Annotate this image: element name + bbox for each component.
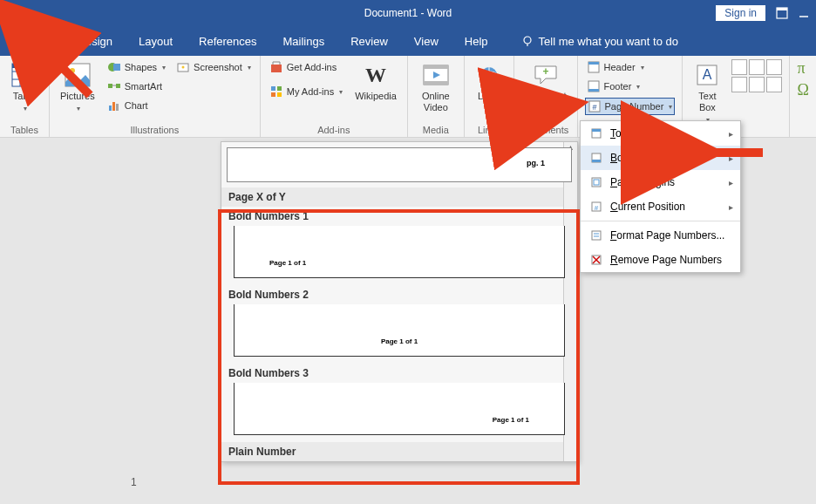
title-bar: Document1 - Word Sign in: [0, 0, 816, 26]
svg-rect-38: [588, 89, 599, 92]
my-addins-button[interactable]: My Add-ins▾: [268, 84, 344, 99]
pn-current-position[interactable]: # Current Position ▸: [581, 194, 740, 219]
drop-cap-button[interactable]: [766, 59, 782, 75]
chart-icon: [107, 99, 121, 112]
group-illustrations-label: Illustrations: [57, 125, 253, 135]
page-number-button[interactable]: # Page Number▾: [585, 98, 676, 115]
header-button[interactable]: Header▾: [585, 59, 676, 75]
svg-rect-24: [271, 86, 275, 91]
footer-button[interactable]: Footer▾: [585, 78, 676, 94]
links-label: Links▾: [478, 91, 500, 113]
pn-bottom-of-page[interactable]: Bottom of Page ▸: [581, 146, 740, 170]
svg-rect-10: [12, 64, 37, 68]
comment-button[interactable]: + Comment: [521, 59, 570, 104]
pn-page-margins[interactable]: Page Margins ▸: [581, 170, 740, 194]
tab-insert[interactable]: Insert: [10, 26, 64, 56]
quick-parts-button[interactable]: [731, 59, 747, 75]
pn-top-of-page[interactable]: Top of Page ▸: [581, 121, 740, 146]
window-controls: Sign in: [716, 5, 809, 21]
ribbon-tabs: Insert Design Layout References Mailings…: [0, 26, 816, 56]
object-button[interactable]: [766, 77, 782, 92]
svg-rect-51: [592, 231, 601, 240]
svg-point-3: [524, 37, 531, 44]
tab-review[interactable]: Review: [338, 26, 400, 56]
text-box-button[interactable]: A Text Box▾: [690, 59, 724, 127]
group-links: Links▾ Links: [465, 56, 514, 137]
table-label: Table▾: [13, 91, 36, 113]
pn-remove-numbers[interactable]: Remove Page Numbers: [581, 248, 740, 272]
svg-rect-44: [592, 129, 601, 132]
tab-help[interactable]: Help: [452, 26, 500, 56]
date-time-button[interactable]: [749, 77, 765, 92]
svg-rect-16: [116, 84, 120, 88]
symbol-button[interactable]: Ω: [797, 81, 808, 99]
remove-numbers-icon: [589, 253, 603, 267]
screenshot-icon: [176, 60, 190, 74]
pictures-button[interactable]: Pictures▾: [57, 59, 99, 115]
submenu-arrow-icon: ▸: [729, 129, 733, 139]
ribbon-display-icon[interactable]: [776, 7, 788, 19]
group-media-label: Media: [415, 125, 457, 135]
video-label: Online Video: [418, 91, 453, 113]
svg-rect-29: [424, 65, 448, 69]
page-number-indicator: 1: [131, 476, 137, 488]
group-links-label: Links: [472, 125, 507, 135]
wordart-button[interactable]: [749, 59, 765, 75]
svg-rect-20: [116, 104, 119, 111]
svg-rect-14: [113, 64, 120, 71]
comment-icon: +: [532, 61, 560, 89]
group-symbols: π Ω: [790, 56, 815, 137]
shapes-button[interactable]: Shapes▾: [105, 59, 167, 75]
tab-mailings[interactable]: Mailings: [271, 26, 337, 56]
table-button[interactable]: Table▾: [7, 59, 42, 115]
tab-layout[interactable]: Layout: [126, 26, 185, 56]
smartart-button[interactable]: SmartArt: [105, 78, 167, 94]
footer-icon: [587, 79, 601, 93]
svg-rect-46: [592, 160, 601, 162]
group-tables-label: Tables: [7, 125, 42, 135]
group-tables: Table▾ Tables: [0, 56, 50, 137]
svg-text:#: #: [595, 204, 599, 212]
chart-button[interactable]: Chart: [105, 98, 167, 113]
svg-text:+: +: [542, 65, 548, 78]
links-button[interactable]: Links▾: [472, 59, 507, 115]
svg-rect-1: [777, 8, 787, 10]
signature-button[interactable]: [731, 77, 747, 92]
svg-rect-19: [112, 102, 115, 111]
svg-rect-36: [588, 62, 599, 65]
video-icon: [422, 61, 450, 89]
online-video-button[interactable]: Online Video: [415, 59, 457, 115]
group-comments: + Comment Comments: [514, 56, 578, 137]
submenu-arrow-icon: ▸: [729, 202, 733, 212]
lightbulb-icon: [521, 35, 534, 47]
screenshot-button[interactable]: Screenshot▾: [174, 59, 253, 75]
gallery-section-header: Page X of Y: [221, 187, 577, 207]
tell-me-label: Tell me what you want to do: [539, 35, 678, 48]
pictures-label: Pictures▾: [60, 91, 95, 113]
tab-references[interactable]: References: [187, 26, 269, 56]
svg-rect-26: [271, 92, 275, 97]
group-illustrations: Pictures▾ Shapes▾ SmartArt Chart: [50, 56, 261, 137]
wikipedia-button[interactable]: W Wikipedia: [351, 59, 400, 104]
tell-me-search[interactable]: Tell me what you want to do: [509, 26, 690, 56]
group-addins-label: Add-ins: [268, 125, 400, 135]
smartart-icon: [107, 79, 121, 93]
shapes-icon: [107, 60, 121, 74]
format-numbers-icon: [589, 228, 603, 242]
minimize-icon[interactable]: [799, 8, 809, 18]
equation-button[interactable]: π: [797, 59, 808, 78]
get-addins-button[interactable]: Get Add-ins: [268, 59, 344, 75]
page-number-menu: Top of Page ▸ Bottom of Page ▸ Page Marg…: [580, 120, 741, 273]
tab-design[interactable]: Design: [65, 26, 125, 56]
bottom-of-page-icon: [589, 151, 603, 165]
sign-in-button[interactable]: Sign in: [716, 5, 765, 21]
link-icon: [475, 61, 503, 89]
group-addins: Get Add-ins My Add-ins▾ W Wikipedia Add-…: [261, 56, 408, 137]
svg-rect-27: [277, 92, 282, 97]
gallery-top-preview[interactable]: pg. 1: [227, 147, 572, 182]
svg-rect-15: [108, 84, 112, 88]
page-margins-icon: [589, 175, 603, 189]
menu-separator: [581, 221, 740, 221]
tab-view[interactable]: View: [402, 26, 451, 56]
pn-format-numbers[interactable]: Format Page Numbers...: [581, 223, 740, 248]
